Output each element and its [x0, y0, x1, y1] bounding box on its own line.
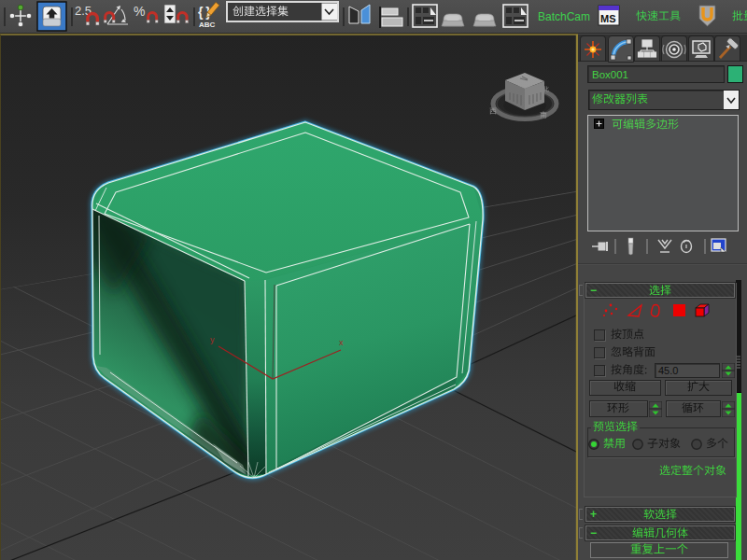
svg-text:ABC: ABC [199, 21, 216, 29]
svg-text:x: x [339, 338, 344, 347]
svg-text:%: % [134, 4, 145, 19]
svg-text:MS: MS [600, 13, 616, 24]
svg-text:y: y [210, 335, 215, 344]
